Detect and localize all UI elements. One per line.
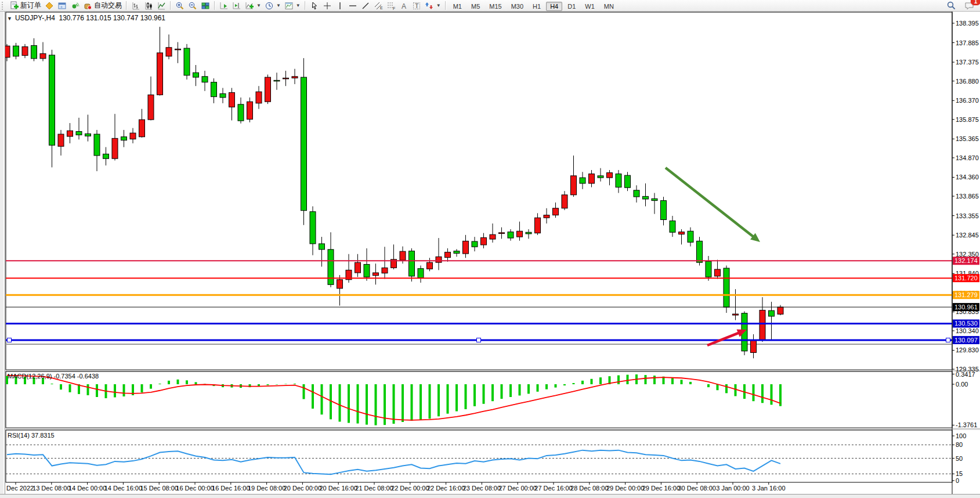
fibonacci-tool-button[interactable]: F (385, 1, 397, 11)
candle (643, 196, 649, 199)
window-frame-bottom (0, 494, 980, 498)
channel-tool-button[interactable]: E (372, 1, 385, 11)
candle (778, 307, 783, 314)
vertical-line-tool-button[interactable] (334, 1, 346, 11)
time-axis[interactable]: 12 Dec 202213 Dec 08:0014 Dec 00:0014 De… (0, 482, 786, 492)
main-price-pane[interactable] (6, 12, 952, 370)
notifications-button[interactable]: 1 (963, 1, 977, 11)
chart-window[interactable]: 138.395137.885137.375136.880136.370135.8… (0, 12, 980, 498)
price-tick-label: 133.865 (956, 193, 979, 200)
timeframe-button-m1[interactable]: M1 (449, 2, 466, 11)
shapes-tool-button[interactable]: ▼ (423, 1, 443, 11)
timeframe-button-w1[interactable]: W1 (581, 2, 599, 11)
periods-button[interactable]: ▼ (263, 1, 283, 11)
search-button[interactable] (945, 1, 958, 11)
candle (697, 241, 703, 262)
timeframe-button-m30[interactable]: M30 (507, 2, 527, 11)
rsi-scale-label: 100 (956, 432, 966, 439)
candle (373, 273, 379, 276)
zoom-in-button[interactable] (173, 1, 186, 11)
price-badge-label: 130.530 (954, 320, 978, 327)
line-selection-handle[interactable] (8, 338, 12, 342)
price-badge-label: 132.174 (954, 257, 978, 264)
candle (454, 251, 460, 253)
pane-separator[interactable] (6, 428, 980, 430)
vertical-line-icon (335, 1, 345, 10)
timeframe-button-m5[interactable]: M5 (467, 2, 484, 11)
horizontal-line-icon (348, 1, 357, 10)
line-selection-handle[interactable] (477, 338, 481, 342)
cursor-tool-button[interactable] (308, 1, 321, 11)
toolbar: 新订单 自动交易 (0, 0, 980, 12)
candle (301, 77, 307, 211)
macd-pane[interactable] (6, 371, 952, 428)
window-frame-left (0, 12, 5, 495)
candle (445, 252, 451, 257)
bar-chart-mode-button[interactable] (129, 1, 142, 11)
price-tick-label: 137.375 (956, 59, 979, 66)
text-label-tool-button[interactable]: T (410, 1, 423, 11)
candle (76, 132, 82, 135)
candle (562, 195, 567, 208)
indicators-button[interactable]: ▼ (243, 1, 263, 11)
tile-windows-button[interactable] (199, 1, 212, 11)
new-order-icon (9, 1, 19, 10)
market-watch-icon (45, 1, 54, 10)
chart-canvas[interactable]: 138.395137.885137.375136.880136.370135.8… (0, 12, 980, 498)
candle (31, 45, 37, 58)
rsi-pane[interactable] (6, 430, 952, 482)
candle (535, 218, 541, 233)
new-order-button[interactable]: 新订单 (8, 1, 43, 11)
candle (661, 201, 667, 220)
auto-trading-icon (83, 1, 92, 10)
time-tick-label: 13 Dec 08:00 (32, 485, 70, 492)
arrows-shapes-icon (425, 1, 434, 10)
notification-count-badge: 1 (971, 0, 980, 5)
timeframe-button-d1[interactable]: D1 (563, 2, 580, 11)
zoom-out-button[interactable] (186, 1, 199, 11)
candle (49, 55, 55, 145)
auto-trading-button[interactable]: 自动交易 (81, 1, 124, 11)
candle (472, 241, 478, 247)
auto-scroll-button[interactable] (218, 1, 230, 11)
price-tick-label: 136.370 (956, 97, 979, 104)
toolbar-right-tools: 1 (945, 1, 977, 11)
toolbar-grip[interactable] (2, 2, 6, 10)
svg-text:T: T (415, 2, 419, 9)
time-tick-label: 19 Dec 08:00 (248, 485, 285, 492)
chart-dropdown-icon[interactable]: ▼ (7, 16, 12, 21)
candlestick-icon (144, 1, 153, 10)
candlestick-mode-button[interactable] (142, 1, 155, 11)
chart-title-bar: ▼USDJPY-,H4 130.776 131.015 130.747 130.… (7, 14, 165, 22)
signals-button[interactable] (68, 1, 81, 11)
timeframe-button-m15[interactable]: M15 (485, 2, 505, 11)
market-watch-button[interactable] (43, 1, 56, 11)
time-tick-label: 20 Dec 16:00 (319, 485, 357, 492)
time-tick-label: 29 Dec 00:00 (606, 485, 644, 492)
macd-scale-label: -1.3761 (956, 421, 977, 428)
line-chart-mode-button[interactable] (155, 1, 168, 11)
trendline-tool-button[interactable] (359, 1, 372, 11)
rsi-scale-label: 0 (956, 477, 959, 484)
chart-shift-button[interactable] (230, 1, 243, 11)
time-tick-label: 14 Dec 00:00 (68, 485, 106, 492)
crosshair-icon (323, 1, 332, 10)
toolbar-separator (170, 1, 171, 10)
crosshair-tool-button[interactable] (321, 1, 334, 11)
timeframe-button-h1[interactable]: H1 (529, 2, 545, 11)
line-selection-handle[interactable] (946, 338, 950, 342)
timeframe-button-h4[interactable]: H4 (546, 2, 562, 11)
indicators-icon (245, 1, 254, 10)
chevron-down-icon: ▼ (276, 3, 281, 8)
data-window-button[interactable] (56, 1, 68, 11)
timeframe-button-mn[interactable]: MN (600, 2, 618, 11)
text-tool-button[interactable]: A (397, 1, 410, 11)
candle (634, 190, 639, 197)
candle (508, 232, 513, 239)
price-tick-label: 132.350 (956, 251, 979, 258)
templates-button[interactable]: ▼ (283, 1, 302, 11)
time-tick-label: 3 Jan 00:00 (716, 485, 750, 492)
candle (463, 241, 469, 254)
tile-windows-icon (201, 1, 210, 10)
horizontal-line-tool-button[interactable] (346, 1, 359, 11)
